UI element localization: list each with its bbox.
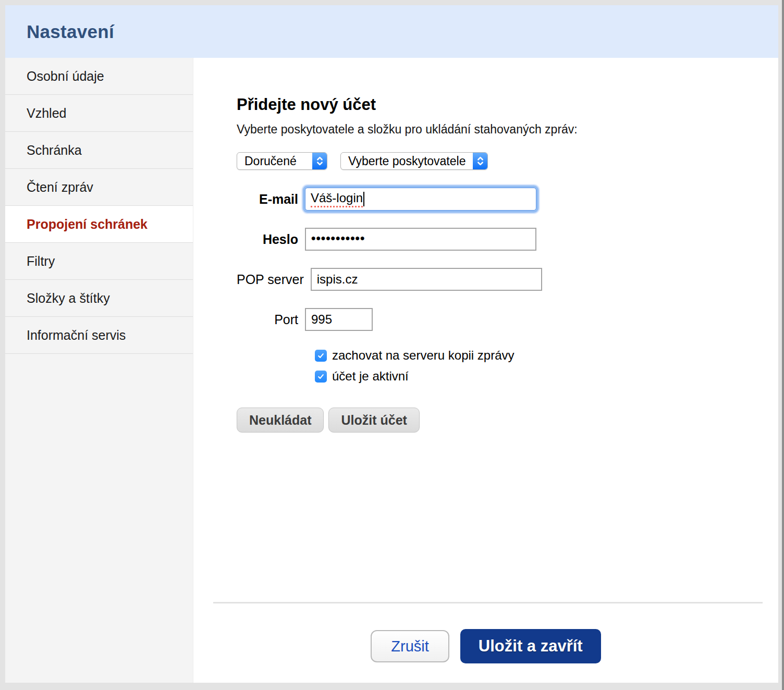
email-value: Váš-login (311, 191, 363, 207)
dialog-header: Nastavení (5, 5, 778, 58)
sidebar-item-slozky-a-stitky[interactable]: Složky a štítky (5, 280, 193, 317)
sidebar-item-label: Čtení zpráv (27, 180, 93, 195)
sidebar-item-filtry[interactable]: Filtry (5, 243, 193, 280)
sidebar-item-informacni-servis[interactable]: Informační servis (5, 317, 193, 354)
pop-server-value: ispis.cz (317, 272, 358, 287)
sidebar-item-schranka[interactable]: Schránka (5, 132, 193, 169)
keep-copy-label: zachovat na serveru kopii zprávy (332, 348, 514, 363)
pop-server-label: POP server (237, 272, 304, 287)
settings-window: Nastavení Osobní údaje Vzhled Schránka Č… (0, 0, 784, 690)
main-panel: Přidejte nový účet Vyberte poskytovatele… (193, 58, 778, 683)
settings-dialog: Nastavení Osobní údaje Vzhled Schránka Č… (5, 5, 778, 683)
provider-select[interactable]: Vyberte poskytovatele (340, 152, 488, 170)
checkbox-checked-icon (315, 350, 327, 362)
chevron-up-down-icon (473, 153, 487, 169)
sidebar-item-label: Složky a štítky (27, 291, 110, 306)
folder-select-value: Doručené (237, 153, 312, 169)
password-label: Heslo (237, 232, 298, 247)
page-title: Nastavení (27, 21, 114, 42)
port-value: 995 (311, 312, 332, 327)
pop-server-field[interactable]: ispis.cz (311, 268, 542, 291)
sidebar-item-vzhled[interactable]: Vzhled (5, 95, 193, 132)
chevron-up-down-icon (312, 153, 327, 169)
email-label: E-mail (237, 192, 298, 207)
sidebar-item-label: Filtry (27, 254, 55, 269)
sidebar-item-cteni-zprav[interactable]: Čtení zpráv (5, 169, 193, 206)
folder-select[interactable]: Doručené (237, 152, 327, 170)
text-caret (363, 192, 364, 206)
password-value: ••••••••••• (311, 231, 365, 245)
sidebar-item-osobni-udaje[interactable]: Osobní údaje (5, 58, 193, 95)
sidebar-item-label: Osobní údaje (27, 69, 104, 84)
account-active-label: účet je aktivní (332, 369, 409, 384)
email-field[interactable]: Váš-login (305, 188, 536, 211)
cancel-button[interactable]: Zrušit (371, 630, 449, 662)
empty-space (193, 433, 778, 602)
keep-copy-checkbox[interactable]: zachovat na serveru kopii zprávy (315, 348, 757, 363)
password-field[interactable]: ••••••••••• (305, 228, 536, 251)
sidebar-item-label: Schránka (27, 143, 82, 158)
port-field[interactable]: 995 (305, 308, 373, 331)
account-active-checkbox[interactable]: účet je aktivní (315, 369, 757, 384)
sidebar-item-propojeni-schranek[interactable]: Propojení schránek (5, 206, 193, 243)
discard-button[interactable]: Neukládat (237, 408, 324, 433)
settings-sidebar: Osobní údaje Vzhled Schránka Čtení zpráv… (5, 58, 193, 683)
window-right-edge (782, 0, 784, 690)
dialog-footer: Zrušit Uložit a zavřít (193, 603, 778, 683)
section-title: Přidejte nový účet (237, 95, 757, 114)
save-and-close-button[interactable]: Uložit a zavřít (460, 629, 601, 663)
provider-select-value: Vyberte poskytovatele (341, 153, 473, 169)
sidebar-item-label: Propojení schránek (27, 217, 148, 232)
port-label: Port (237, 312, 298, 327)
save-account-button[interactable]: Uložit účet (328, 408, 419, 433)
sidebar-item-label: Vzhled (27, 106, 66, 121)
section-subtitle: Vyberte poskytovatele a složku pro uklád… (237, 122, 757, 137)
sidebar-item-label: Informační servis (27, 328, 126, 343)
checkbox-checked-icon (315, 371, 327, 383)
